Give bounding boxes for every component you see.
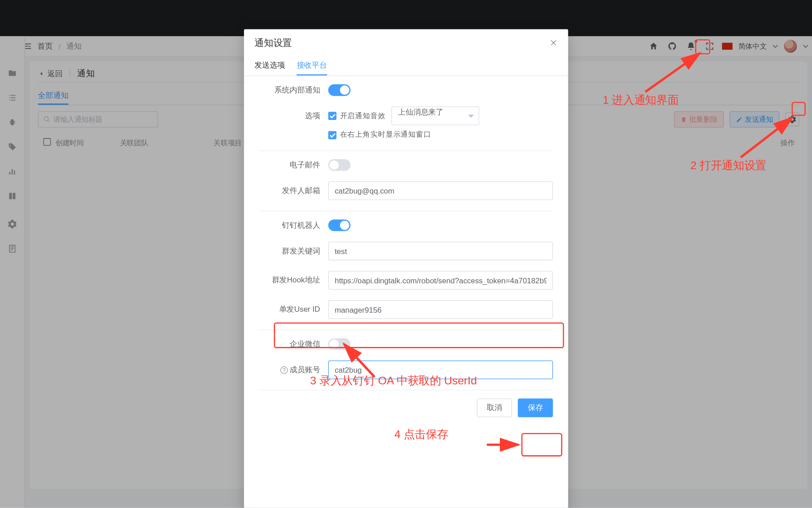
modal-tab-receive[interactable]: 接收平台 — [297, 55, 327, 75]
field-label-hook: 群发Hook地址 — [259, 275, 328, 286]
field-label-sender: 发件人邮箱 — [259, 185, 328, 196]
modal-close-button[interactable] — [549, 38, 558, 49]
dingtalk-hook-input[interactable] — [328, 271, 553, 290]
modal-tab-send[interactable]: 发送选项 — [254, 55, 285, 75]
field-label-account: ?成员账号 — [259, 365, 328, 375]
cancel-button[interactable]: 取消 — [477, 398, 512, 417]
field-label-system: 系统内部通知 — [259, 85, 328, 95]
dingtalk-keyword-input[interactable] — [328, 242, 553, 261]
modal-title: 通知设置 — [254, 37, 292, 50]
save-button[interactable]: 保存 — [518, 398, 553, 417]
field-label-email: 电子邮件 — [259, 160, 328, 170]
sound-select[interactable]: 上仙消息来了 — [392, 106, 480, 125]
float-checkbox[interactable]: 在右上角实时显示通知窗口 — [328, 130, 431, 140]
field-label-userid: 单发User ID — [259, 304, 328, 314]
close-icon — [549, 38, 558, 46]
field-label-wechat: 企业微信 — [259, 339, 328, 349]
dingtalk-userid-input[interactable] — [328, 300, 553, 319]
system-notice-switch[interactable] — [328, 84, 351, 96]
field-label-keyword: 群发关键词 — [259, 246, 328, 256]
sender-email-input[interactable] — [328, 181, 553, 200]
email-switch[interactable] — [328, 159, 351, 171]
field-label-dingtalk: 钉钉机器人 — [259, 220, 328, 231]
dingtalk-switch[interactable] — [328, 219, 351, 231]
sound-checkbox[interactable]: 开启通知音效 — [328, 111, 386, 121]
wechat-account-input[interactable] — [328, 360, 553, 379]
modal-mask[interactable]: 通知设置 发送选项 接收平台 系统内部通知 选项 开启通知音效 上仙消息来了 — [0, 0, 812, 508]
field-label-options: 选项 — [259, 111, 328, 121]
wechat-switch[interactable] — [328, 338, 351, 350]
notice-settings-modal: 通知设置 发送选项 接收平台 系统内部通知 选项 开启通知音效 上仙消息来了 — [244, 29, 568, 508]
